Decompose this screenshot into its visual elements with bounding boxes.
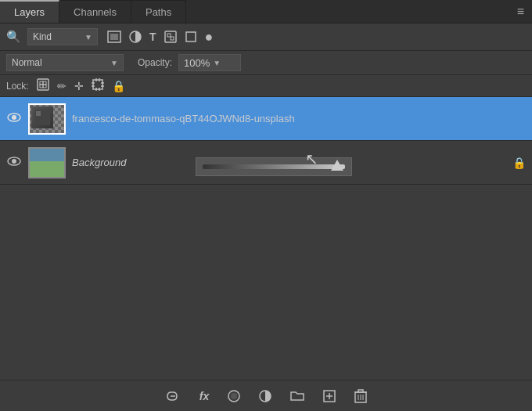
adjustment-filter-icon[interactable] — [129, 31, 142, 43]
kind-dropdown-chevron: ▼ — [84, 33, 92, 41]
layer-thumb-image — [30, 149, 64, 177]
fx-icon[interactable]: fx — [196, 388, 212, 404]
opacity-dropdown-chevron: ▼ — [213, 59, 221, 67]
blend-dropdown-chevron: ▼ — [110, 59, 118, 67]
layers-panel: Layers Channels Paths ≡ 🔍 Kind ▼ T — [0, 0, 532, 411]
filter-row: 🔍 Kind ▼ T ● — [0, 23, 532, 51]
svg-point-26 — [12, 159, 16, 164]
layers-list: francesco-de-tommaso-qBT44OJWNd8-unsplas… — [0, 97, 532, 380]
tab-channels[interactable]: Channels — [59, 0, 131, 23]
lock-icons-group: ✏ ✛ 🔒 — [37, 78, 125, 93]
layer-name: francesco-de-tommaso-qBT44OJWNd8-unsplas… — [72, 113, 526, 124]
opacity-slider-track[interactable] — [203, 164, 345, 169]
type-filter-icon[interactable]: T — [149, 31, 156, 43]
svg-rect-6 — [186, 32, 196, 41]
search-icon: 🔍 — [6, 30, 21, 44]
link-icon[interactable] — [162, 389, 184, 403]
pixel-filter-icon[interactable]: ● — [205, 29, 214, 45]
adjustment-layer-icon[interactable] — [256, 388, 275, 404]
svg-rect-24 — [36, 111, 41, 116]
opacity-input[interactable]: 100% ▼ — [178, 54, 241, 71]
layer-lock-icon: 🔒 — [512, 157, 526, 169]
panel-menu-icon[interactable]: ≡ — [517, 5, 524, 19]
opacity-label: Opacity: — [138, 57, 172, 68]
smart-filter-icon[interactable] — [185, 31, 197, 43]
lock-row: Lock: ✏ ✛ 🔒 — [0, 75, 532, 97]
svg-rect-10 — [43, 81, 46, 85]
lock-label: Lock: — [6, 81, 29, 92]
svg-rect-1 — [110, 34, 118, 40]
image-filter-icon[interactable] — [107, 31, 121, 43]
lock-artboard-icon[interactable] — [92, 78, 104, 93]
svg-point-22 — [12, 115, 16, 120]
svg-rect-4 — [167, 34, 171, 37]
svg-rect-11 — [40, 85, 43, 88]
mask-icon[interactable] — [225, 388, 243, 404]
blend-mode-dropdown[interactable]: Normal ▼ — [6, 54, 124, 71]
table-row[interactable]: francesco-de-tommaso-qBT44OJWNd8-unsplas… — [0, 97, 532, 141]
new-layer-icon[interactable] — [320, 388, 339, 404]
layer-visibility-icon[interactable] — [6, 156, 22, 170]
layer-thumbnail — [28, 103, 66, 135]
lock-pixels-icon[interactable] — [37, 78, 49, 93]
lock-image-icon[interactable]: ✏ — [57, 80, 66, 92]
tabs-bar: Layers Channels Paths ≡ — [0, 0, 532, 23]
bottom-toolbar: fx — [0, 380, 532, 411]
svg-rect-5 — [171, 37, 174, 40]
folder-icon[interactable] — [287, 388, 307, 403]
lock-all-icon[interactable]: 🔒 — [112, 80, 125, 92]
lock-position-icon[interactable]: ✛ — [74, 80, 84, 92]
delete-icon[interactable] — [351, 388, 370, 405]
svg-rect-35 — [358, 390, 363, 392]
layer-visibility-icon[interactable] — [6, 112, 22, 126]
blend-row: Normal ▼ Opacity: 100% ▼ — [0, 51, 532, 75]
svg-point-28 — [231, 393, 237, 399]
layer-thumb-content — [31, 106, 53, 128]
svg-rect-12 — [93, 80, 102, 89]
layer-thumbnail — [28, 147, 66, 178]
tab-layers[interactable]: Layers — [0, 0, 59, 23]
layer-thumb-checker — [30, 105, 64, 133]
tab-paths[interactable]: Paths — [131, 0, 186, 23]
opacity-slider-thumb[interactable] — [331, 160, 343, 171]
svg-rect-9 — [43, 85, 46, 88]
svg-rect-8 — [40, 81, 43, 85]
kind-dropdown[interactable]: Kind ▼ — [27, 28, 98, 45]
filter-icons-group: T ● — [107, 29, 213, 45]
opacity-slider-popup[interactable] — [196, 157, 352, 176]
shape-filter-icon[interactable] — [164, 31, 177, 43]
